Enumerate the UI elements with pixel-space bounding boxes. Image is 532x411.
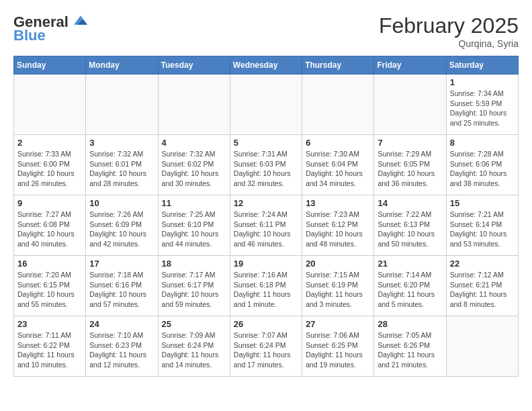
day-info: Sunrise: 7:30 AM Sunset: 6:04 PM Dayligh… [306,149,370,189]
weekday-header-cell: Monday [86,56,158,75]
calendar-cell: 20Sunrise: 7:15 AM Sunset: 6:19 PM Dayli… [302,256,374,316]
day-info: Sunrise: 7:15 AM Sunset: 6:19 PM Dayligh… [306,270,370,310]
day-number: 22 [450,259,515,269]
calendar-cell: 2Sunrise: 7:33 AM Sunset: 6:00 PM Daylig… [14,135,86,195]
day-info: Sunrise: 7:29 AM Sunset: 6:05 PM Dayligh… [378,149,442,189]
calendar-cell: 26Sunrise: 7:07 AM Sunset: 6:24 PM Dayli… [230,316,302,377]
calendar-cell: 8Sunrise: 7:28 AM Sunset: 6:06 PM Daylig… [446,135,518,195]
calendar-cell: 7Sunrise: 7:29 AM Sunset: 6:05 PM Daylig… [374,135,446,195]
calendar-cell [302,75,374,135]
day-number: 8 [450,138,515,148]
day-info: Sunrise: 7:22 AM Sunset: 6:13 PM Dayligh… [378,210,442,249]
calendar-cell [446,316,518,377]
calendar-cell [158,75,230,135]
calendar-cell: 9Sunrise: 7:27 AM Sunset: 6:08 PM Daylig… [14,195,86,256]
calendar-cell: 23Sunrise: 7:11 AM Sunset: 6:22 PM Dayli… [14,316,86,377]
day-info: Sunrise: 7:05 AM Sunset: 6:26 PM Dayligh… [378,330,442,370]
calendar-cell [230,75,302,135]
day-info: Sunrise: 7:09 AM Sunset: 6:24 PM Dayligh… [162,330,226,370]
calendar-cell [86,75,158,135]
calendar-cell: 5Sunrise: 7:31 AM Sunset: 6:03 PM Daylig… [230,135,302,195]
calendar-cell: 13Sunrise: 7:23 AM Sunset: 6:12 PM Dayli… [302,195,374,256]
calendar-cell: 15Sunrise: 7:21 AM Sunset: 6:14 PM Dayli… [446,195,518,256]
day-info: Sunrise: 7:33 AM Sunset: 6:00 PM Dayligh… [17,149,82,189]
calendar-week-row: 16Sunrise: 7:20 AM Sunset: 6:15 PM Dayli… [14,256,519,316]
day-info: Sunrise: 7:17 AM Sunset: 6:17 PM Dayligh… [162,270,226,310]
day-info: Sunrise: 7:16 AM Sunset: 6:18 PM Dayligh… [234,270,298,310]
day-number: 15 [450,198,515,208]
day-number: 26 [234,319,298,329]
day-info: Sunrise: 7:32 AM Sunset: 6:01 PM Dayligh… [89,149,154,189]
calendar-cell: 19Sunrise: 7:16 AM Sunset: 6:18 PM Dayli… [230,256,302,316]
day-info: Sunrise: 7:27 AM Sunset: 6:08 PM Dayligh… [17,210,82,249]
calendar-cell: 10Sunrise: 7:26 AM Sunset: 6:09 PM Dayli… [86,195,158,256]
day-info: Sunrise: 7:14 AM Sunset: 6:20 PM Dayligh… [378,270,442,310]
day-info: Sunrise: 7:07 AM Sunset: 6:24 PM Dayligh… [234,330,298,370]
calendar-week-row: 2Sunrise: 7:33 AM Sunset: 6:00 PM Daylig… [14,135,519,195]
day-number: 10 [89,198,154,208]
day-info: Sunrise: 7:28 AM Sunset: 6:06 PM Dayligh… [450,149,515,189]
calendar-cell: 25Sunrise: 7:09 AM Sunset: 6:24 PM Dayli… [158,316,230,377]
day-number: 25 [162,319,226,329]
weekday-header-cell: Sunday [14,56,86,75]
day-number: 23 [17,319,82,329]
calendar-cell: 14Sunrise: 7:22 AM Sunset: 6:13 PM Dayli… [374,195,446,256]
day-info: Sunrise: 7:21 AM Sunset: 6:14 PM Dayligh… [450,210,515,249]
day-info: Sunrise: 7:20 AM Sunset: 6:15 PM Dayligh… [17,270,82,310]
calendar-week-row: 9Sunrise: 7:27 AM Sunset: 6:08 PM Daylig… [14,195,519,256]
calendar-cell: 11Sunrise: 7:25 AM Sunset: 6:10 PM Dayli… [158,195,230,256]
day-number: 27 [306,319,370,329]
calendar-cell: 28Sunrise: 7:05 AM Sunset: 6:26 PM Dayli… [374,316,446,377]
calendar-week-row: 1Sunrise: 7:34 AM Sunset: 5:59 PM Daylig… [14,75,519,135]
day-info: Sunrise: 7:23 AM Sunset: 6:12 PM Dayligh… [306,210,370,249]
calendar-cell: 17Sunrise: 7:18 AM Sunset: 6:16 PM Dayli… [86,256,158,316]
page-header: General Blue February 2025 Qurqina, Syri… [13,13,519,49]
day-number: 5 [234,138,298,148]
day-number: 21 [378,259,442,269]
calendar-cell: 6Sunrise: 7:30 AM Sunset: 6:04 PM Daylig… [302,135,374,195]
calendar-week-row: 23Sunrise: 7:11 AM Sunset: 6:22 PM Dayli… [14,316,519,377]
calendar-cell: 24Sunrise: 7:10 AM Sunset: 6:23 PM Dayli… [86,316,158,377]
calendar-cell: 4Sunrise: 7:32 AM Sunset: 6:02 PM Daylig… [158,135,230,195]
calendar-cell [374,75,446,135]
weekday-header-row: SundayMondayTuesdayWednesdayThursdayFrid… [14,56,519,75]
day-info: Sunrise: 7:18 AM Sunset: 6:16 PM Dayligh… [89,270,154,310]
day-info: Sunrise: 7:12 AM Sunset: 6:21 PM Dayligh… [450,270,515,310]
calendar-cell: 16Sunrise: 7:20 AM Sunset: 6:15 PM Dayli… [14,256,86,316]
day-number: 9 [17,198,82,208]
day-number: 14 [378,198,442,208]
day-info: Sunrise: 7:10 AM Sunset: 6:23 PM Dayligh… [89,330,154,370]
calendar-cell: 27Sunrise: 7:06 AM Sunset: 6:25 PM Dayli… [302,316,374,377]
day-number: 13 [306,198,370,208]
weekday-header-cell: Friday [374,56,446,75]
day-info: Sunrise: 7:31 AM Sunset: 6:03 PM Dayligh… [234,149,298,189]
day-number: 1 [450,77,515,87]
day-info: Sunrise: 7:34 AM Sunset: 5:59 PM Dayligh… [450,89,515,128]
day-info: Sunrise: 7:32 AM Sunset: 6:02 PM Dayligh… [162,149,226,189]
calendar-body: 1Sunrise: 7:34 AM Sunset: 5:59 PM Daylig… [14,75,519,377]
day-number: 12 [234,198,298,208]
day-info: Sunrise: 7:11 AM Sunset: 6:22 PM Dayligh… [17,330,82,370]
calendar-cell [14,75,86,135]
calendar-cell: 21Sunrise: 7:14 AM Sunset: 6:20 PM Dayli… [374,256,446,316]
location: Qurqina, Syria [379,38,519,49]
calendar-cell: 1Sunrise: 7:34 AM Sunset: 5:59 PM Daylig… [446,75,518,135]
logo: General Blue [13,13,87,44]
day-number: 20 [306,259,370,269]
day-info: Sunrise: 7:06 AM Sunset: 6:25 PM Dayligh… [306,330,370,370]
day-number: 6 [306,138,370,148]
month-title: February 2025 [379,13,519,38]
day-info: Sunrise: 7:25 AM Sunset: 6:10 PM Dayligh… [162,210,226,249]
day-info: Sunrise: 7:26 AM Sunset: 6:09 PM Dayligh… [89,210,154,249]
weekday-header-cell: Tuesday [158,56,230,75]
title-area: February 2025 Qurqina, Syria [379,13,519,49]
day-number: 16 [17,259,82,269]
calendar-cell: 22Sunrise: 7:12 AM Sunset: 6:21 PM Dayli… [446,256,518,316]
day-number: 4 [162,138,226,148]
day-number: 11 [162,198,226,208]
calendar-cell: 12Sunrise: 7:24 AM Sunset: 6:11 PM Dayli… [230,195,302,256]
calendar-cell: 18Sunrise: 7:17 AM Sunset: 6:17 PM Dayli… [158,256,230,316]
day-number: 28 [378,319,442,329]
weekday-header-cell: Wednesday [230,56,302,75]
day-number: 24 [89,319,154,329]
